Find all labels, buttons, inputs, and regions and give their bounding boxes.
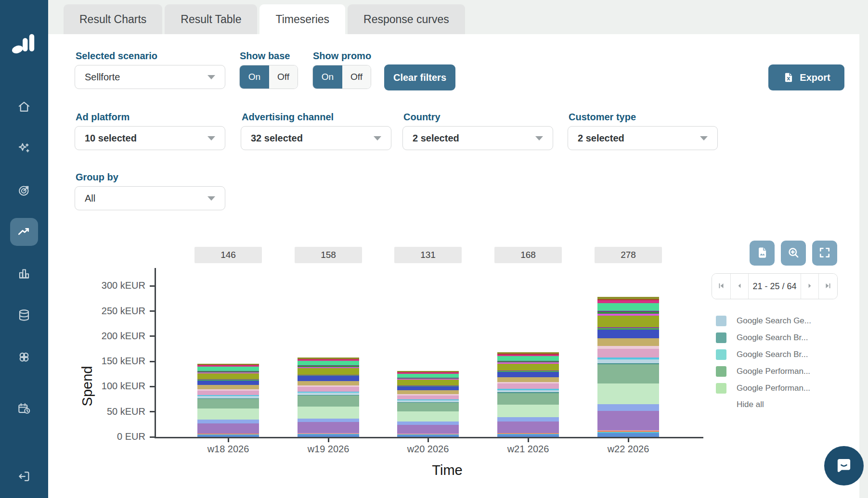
clear-filters-button[interactable]: Clear filters — [384, 64, 455, 90]
bar-chart-icon — [17, 266, 31, 281]
tab-result-table[interactable]: Result Table — [165, 4, 257, 34]
chevron-down-icon — [374, 136, 381, 140]
sidebar-item-home[interactable] — [10, 93, 38, 121]
chevron-down-icon — [700, 136, 708, 140]
show-base-toggle: On Off — [239, 65, 298, 89]
chevron-down-icon — [207, 136, 215, 140]
bar-segment — [298, 434, 359, 437]
x-tick-mark — [528, 437, 529, 442]
stacked-bar-w20-2026 — [397, 371, 459, 437]
legend-swatch-icon — [716, 332, 726, 343]
legend-item[interactable]: Google Performan... — [716, 366, 810, 377]
bar-segment — [397, 374, 459, 378]
sidebar-item-data[interactable] — [10, 301, 38, 329]
pagination-range: 21 - 25 / 64 — [749, 274, 801, 299]
y-tick-mark — [150, 335, 155, 337]
stacked-bar-w18-2026 — [197, 363, 259, 437]
legend-item-label: Google Search Ge... — [737, 316, 811, 326]
chat-launcher-button[interactable] — [824, 446, 864, 485]
bar-total-label: 168 — [494, 247, 562, 263]
show-promo-off[interactable]: Off — [342, 65, 371, 89]
bar-segment — [497, 383, 559, 389]
bar-segment — [597, 383, 659, 405]
advertising-channel-select[interactable]: 32 selected — [241, 126, 391, 150]
export-button[interactable]: x Export — [768, 64, 844, 90]
chat-bubble-icon — [834, 455, 854, 477]
x-axis-line — [155, 437, 703, 438]
sidebar-item-ai[interactable] — [10, 134, 38, 162]
group-by-select[interactable]: All — [75, 186, 225, 210]
pagination-first-button[interactable] — [712, 274, 730, 299]
export-image-button[interactable] — [750, 241, 775, 266]
svg-text:x: x — [787, 75, 791, 82]
bar-total-label: 158 — [295, 247, 362, 263]
sidebar-item-planning[interactable] — [10, 395, 38, 422]
country-value: 2 selected — [413, 133, 459, 144]
bar-segment — [497, 377, 559, 382]
calendar-clock-icon — [17, 401, 31, 416]
fullscreen-icon — [818, 246, 831, 261]
sidebar — [0, 0, 48, 498]
legend-pagination: 21 - 25 / 64 — [712, 273, 838, 299]
database-icon — [17, 308, 31, 322]
country-select[interactable]: 2 selected — [402, 126, 553, 150]
legend-item-label: Google Performan... — [737, 383, 810, 393]
sidebar-item-goals[interactable] — [10, 177, 38, 204]
bar-segment — [197, 420, 259, 423]
legend-item[interactable]: Google Search Ge... — [716, 316, 811, 326]
show-promo-label: Show promo — [313, 51, 371, 62]
sidebar-item-models[interactable] — [10, 343, 38, 371]
scenario-label: Selected scenario — [76, 51, 157, 62]
x-tick-mark — [628, 437, 629, 442]
y-tick-mark — [150, 386, 155, 387]
bar-segment — [298, 361, 359, 365]
sidebar-item-results[interactable] — [10, 259, 38, 287]
bar-segment — [197, 367, 259, 370]
ad-platform-select[interactable]: 10 selected — [75, 126, 225, 150]
bar-segment — [597, 316, 659, 327]
scenario-select[interactable]: Sellforte — [75, 65, 225, 89]
y-tick-label: 100 kEUR — [88, 381, 145, 392]
show-base-on[interactable]: On — [240, 65, 269, 89]
tab-timeseries[interactable]: Timeseries — [259, 4, 345, 34]
first-page-icon — [717, 281, 725, 292]
customer-type-select[interactable]: 2 selected — [568, 126, 718, 150]
bar-total-label: 131 — [394, 247, 462, 263]
fullscreen-button[interactable] — [812, 241, 837, 266]
group-by-label: Group by — [76, 172, 118, 183]
y-tick-label: 200 kEUR — [88, 331, 145, 342]
sidebar-item-timeseries[interactable] — [10, 218, 38, 246]
y-tick-label: 0 EUR — [88, 431, 145, 442]
bar-segment — [197, 381, 259, 385]
pagination-prev-button[interactable] — [731, 274, 748, 299]
sparkles-icon — [17, 141, 31, 155]
brand-logo-icon — [11, 31, 37, 57]
last-page-icon — [824, 281, 832, 292]
legend-item[interactable]: Google Performan... — [716, 383, 810, 394]
tab-response-curves[interactable]: Response curves — [348, 4, 465, 34]
zoom-in-button[interactable] — [781, 241, 806, 266]
tab-bar: Result Charts Result Table Timeseries Re… — [64, 4, 465, 34]
bar-segment — [197, 399, 259, 409]
legend-hide-all[interactable]: Hide all — [737, 400, 764, 409]
y-tick-mark — [150, 411, 155, 412]
bar-segment — [397, 390, 459, 394]
x-tick-label: w19 2026 — [290, 444, 367, 455]
legend-item[interactable]: Google Search Br... — [716, 349, 808, 360]
bar-segment — [197, 391, 259, 395]
legend-item[interactable]: Google Search Br... — [716, 332, 808, 343]
bar-segment — [497, 434, 559, 437]
pagination-last-button[interactable] — [819, 274, 837, 299]
sidebar-item-logout[interactable] — [10, 462, 38, 490]
bar-segment — [597, 338, 659, 346]
bar-segment — [298, 407, 359, 419]
main-content: Selected scenario Sellforte Show base On… — [48, 34, 859, 498]
bar-segment — [397, 403, 459, 412]
pagination-next-button[interactable] — [801, 274, 818, 299]
tab-result-charts[interactable]: Result Charts — [64, 4, 162, 34]
show-base-off[interactable]: Off — [269, 65, 298, 89]
prev-page-icon — [736, 282, 743, 291]
group-by-value: All — [85, 193, 95, 204]
bar-segment — [497, 405, 559, 417]
show-promo-on[interactable]: On — [313, 65, 342, 89]
